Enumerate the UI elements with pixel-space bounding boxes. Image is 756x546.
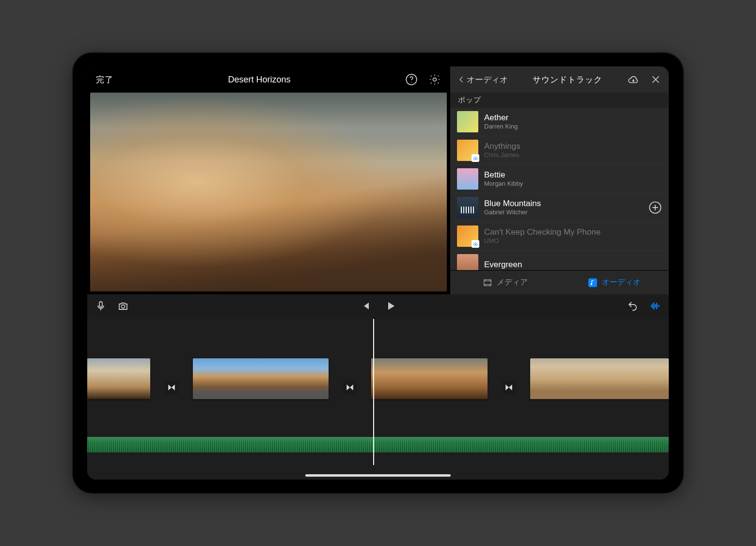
track-title: Can't Keep Checking My Phone bbox=[484, 227, 662, 237]
panel-title: サウンドトラック bbox=[512, 74, 623, 85]
track-row[interactable]: Blue MountainsGabriel Witcher bbox=[450, 193, 669, 222]
track-list[interactable]: AetherDarren KingAnythingsChris JamesBet… bbox=[450, 108, 669, 270]
album-art bbox=[457, 197, 478, 218]
project-title: Desert Horizons bbox=[228, 75, 290, 85]
back-label: オーディオ bbox=[467, 74, 508, 85]
track-artist: UMO bbox=[484, 237, 662, 245]
video-track[interactable] bbox=[87, 358, 669, 417]
svg-rect-5 bbox=[589, 278, 597, 287]
back-button[interactable]: オーディオ bbox=[457, 74, 508, 85]
album-art bbox=[457, 140, 478, 161]
track-title: Bettie bbox=[484, 170, 662, 180]
transition-icon[interactable] bbox=[502, 381, 516, 394]
screen: 完了 Desert Horizons bbox=[87, 66, 669, 480]
filmstrip-icon bbox=[482, 277, 493, 288]
track-row[interactable]: Can't Keep Checking My PhoneUMO bbox=[450, 222, 669, 251]
viewer-pane: 完了 Desert Horizons bbox=[87, 66, 450, 294]
audio-track[interactable] bbox=[87, 437, 669, 452]
album-art bbox=[457, 168, 478, 190]
soundtrack-panel: オーディオ サウンドトラック ポップ AetherDarren KingAnyt… bbox=[450, 66, 669, 294]
track-row[interactable]: BettieMorgan Kibby bbox=[450, 165, 669, 193]
microphone-icon[interactable] bbox=[95, 300, 107, 312]
clip[interactable] bbox=[193, 358, 329, 399]
track-info: AetherDarren King bbox=[484, 113, 662, 130]
timeline[interactable] bbox=[87, 318, 669, 480]
panel-tabs: メディア オーディオ bbox=[450, 270, 669, 294]
album-art bbox=[457, 254, 478, 270]
track-row[interactable]: AetherDarren King bbox=[450, 108, 669, 136]
camera-icon[interactable] bbox=[117, 300, 129, 312]
category-header: ポップ bbox=[450, 93, 669, 108]
cloud-badge-icon bbox=[472, 154, 479, 162]
close-icon[interactable] bbox=[649, 73, 662, 86]
ipad-frame: 完了 Desert Horizons bbox=[73, 53, 683, 493]
waveform-icon[interactable] bbox=[649, 300, 661, 312]
tab-media-label: メディア bbox=[497, 277, 528, 288]
tab-audio-label: オーディオ bbox=[602, 277, 641, 288]
track-title: Aether bbox=[484, 113, 662, 123]
tab-audio[interactable]: オーディオ bbox=[560, 271, 669, 294]
track-artist: Morgan Kibby bbox=[484, 180, 662, 188]
playhead[interactable] bbox=[373, 318, 374, 465]
skip-back-icon[interactable] bbox=[360, 300, 371, 312]
track-info: BettieMorgan Kibby bbox=[484, 170, 662, 188]
track-artist: Darren King bbox=[484, 123, 662, 130]
done-button[interactable]: 完了 bbox=[96, 74, 113, 85]
svg-point-6 bbox=[591, 283, 592, 285]
track-title: Blue Mountains bbox=[484, 199, 643, 209]
clip[interactable] bbox=[530, 358, 669, 399]
music-note-icon bbox=[587, 277, 598, 288]
panel-header: オーディオ サウンドトラック bbox=[450, 66, 669, 93]
clip[interactable] bbox=[87, 358, 150, 399]
album-art bbox=[457, 225, 478, 247]
cloud-download-icon[interactable] bbox=[627, 73, 640, 86]
track-title: Evergreen bbox=[484, 260, 662, 270]
track-info: Can't Keep Checking My PhoneUMO bbox=[484, 227, 662, 245]
track-row[interactable]: AnythingsChris James bbox=[450, 136, 669, 165]
svg-point-2 bbox=[433, 78, 437, 81]
track-info: Evergreen bbox=[484, 260, 662, 270]
settings-icon[interactable] bbox=[428, 73, 441, 86]
track-title: Anythings bbox=[484, 142, 662, 151]
tab-media[interactable]: メディア bbox=[450, 271, 560, 294]
svg-rect-7 bbox=[99, 302, 102, 307]
project-header: 完了 Desert Horizons bbox=[87, 66, 450, 93]
track-info: Blue MountainsGabriel Witcher bbox=[484, 199, 643, 216]
transition-icon[interactable] bbox=[343, 381, 357, 394]
upper-area: 完了 Desert Horizons bbox=[87, 66, 669, 294]
transition-icon[interactable] bbox=[165, 381, 178, 394]
track-row[interactable]: Evergreen bbox=[450, 251, 669, 270]
undo-icon[interactable] bbox=[627, 300, 639, 312]
timeline-toolbar bbox=[87, 294, 669, 318]
chevron-left-icon bbox=[457, 75, 466, 84]
track-artist: Gabriel Witcher bbox=[484, 209, 643, 216]
cloud-badge-icon bbox=[472, 240, 479, 248]
track-artist: Chris James bbox=[484, 151, 662, 159]
track-info: AnythingsChris James bbox=[484, 142, 662, 159]
svg-point-1 bbox=[411, 82, 412, 83]
preview-viewer[interactable] bbox=[90, 93, 447, 291]
svg-point-8 bbox=[122, 305, 125, 308]
album-art bbox=[457, 111, 478, 132]
add-track-button[interactable] bbox=[648, 201, 662, 214]
clip[interactable] bbox=[371, 358, 488, 399]
home-indicator[interactable] bbox=[305, 474, 451, 477]
help-icon[interactable] bbox=[405, 73, 418, 86]
play-icon[interactable] bbox=[385, 300, 396, 312]
